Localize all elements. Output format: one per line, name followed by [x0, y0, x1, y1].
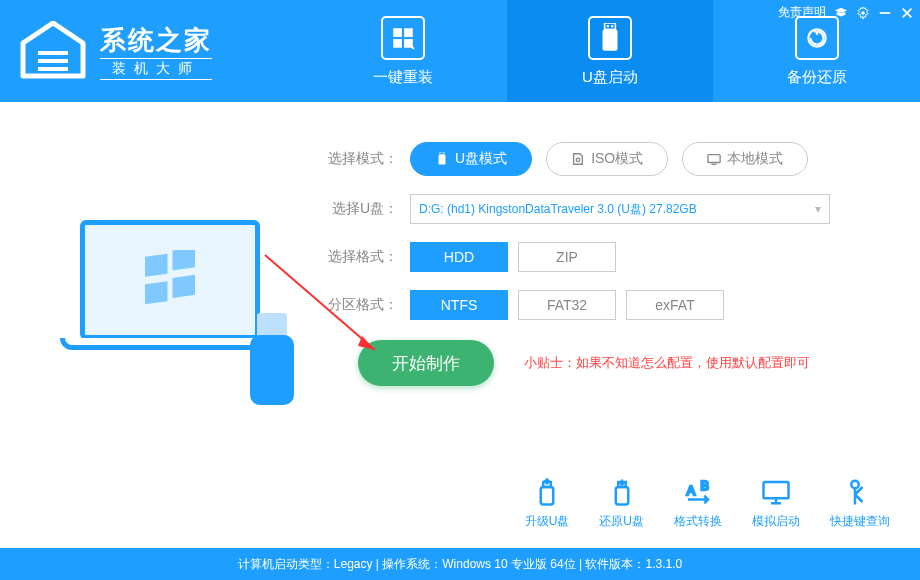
backup-icon [795, 16, 839, 60]
svg-rect-2 [394, 39, 403, 48]
tool-restore[interactable]: 还原U盘 [599, 477, 644, 530]
main-content: 选择模式： U盘模式 ISO模式 本地模式 选择U盘： D:G: (hd1 [0, 102, 920, 462]
svg-rect-4 [605, 23, 616, 29]
usb-icon [588, 16, 632, 60]
svg-text:B: B [701, 479, 709, 493]
partition-label: 分区格式： [320, 296, 410, 314]
status-os-value: Windows 10 专业版 64位 [442, 556, 575, 573]
titlebar: 免责声明 [778, 4, 914, 21]
close-icon[interactable] [900, 6, 914, 20]
tool-label: 格式转换 [674, 513, 722, 530]
format-label: 选择格式： [320, 248, 410, 266]
svg-rect-6 [611, 25, 613, 27]
tab-label: 一键重装 [373, 68, 433, 87]
illustration [20, 132, 320, 462]
bottom-toolbar: 升级U盘 还原U盘 AB 格式转换 模拟启动 快捷键查询 [525, 477, 890, 530]
svg-rect-17 [440, 152, 444, 155]
format-hdd[interactable]: HDD [410, 242, 508, 272]
chevron-down-icon: ▾ [815, 202, 821, 216]
tool-hotkey[interactable]: 快捷键查询 [830, 477, 890, 530]
partition-ntfs[interactable]: NTFS [410, 290, 508, 320]
status-os-label: 操作系统： [382, 556, 442, 573]
graduation-icon[interactable] [834, 6, 848, 20]
svg-rect-14 [173, 250, 196, 270]
mode-local-label: 本地模式 [727, 150, 783, 168]
mode-usb-label: U盘模式 [455, 150, 507, 168]
status-boot-value: Legacy [334, 557, 373, 571]
tool-label: 模拟启动 [752, 513, 800, 530]
svg-rect-30 [764, 482, 789, 498]
udisk-select[interactable]: D:G: (hd1) KingstonDataTraveler 3.0 (U盘)… [410, 194, 830, 224]
mode-usb[interactable]: U盘模式 [410, 142, 532, 176]
config-panel: 选择模式： U盘模式 ISO模式 本地模式 选择U盘： D:G: (hd1 [320, 132, 900, 462]
svg-rect-7 [603, 29, 618, 50]
usb-illustration [250, 305, 300, 405]
svg-rect-18 [439, 155, 446, 165]
svg-rect-1 [404, 28, 413, 37]
tool-convert[interactable]: AB 格式转换 [674, 477, 722, 530]
svg-text:A: A [687, 484, 696, 498]
tab-reinstall[interactable]: 一键重装 [300, 0, 507, 102]
udisk-value: D:G: (hd1) KingstonDataTraveler 3.0 (U盘)… [419, 201, 697, 218]
svg-rect-0 [394, 28, 403, 37]
laptop-illustration [60, 220, 280, 375]
svg-rect-20 [708, 155, 720, 163]
tab-label: U盘启动 [582, 68, 638, 87]
tool-upgrade[interactable]: 升级U盘 [525, 477, 570, 530]
status-ver-label: 软件版本： [585, 556, 645, 573]
mode-iso-label: ISO模式 [591, 150, 643, 168]
app-title: 系统之家 [100, 23, 212, 58]
tool-simulate[interactable]: 模拟启动 [752, 477, 800, 530]
app-subtitle: 装机大师 [100, 58, 212, 80]
svg-point-9 [861, 11, 865, 15]
tool-label: 还原U盘 [599, 513, 644, 530]
tab-label: 备份还原 [787, 68, 847, 87]
svg-rect-5 [607, 25, 609, 27]
format-zip[interactable]: ZIP [518, 242, 616, 272]
reinstall-icon [381, 16, 425, 60]
start-button[interactable]: 开始制作 [358, 340, 494, 386]
svg-rect-24 [541, 487, 554, 505]
header: 系统之家 装机大师 一键重装 U盘启动 备份还原 免责声明 [0, 0, 920, 102]
status-ver-value: 1.3.1.0 [645, 557, 682, 571]
gear-icon[interactable] [856, 6, 870, 20]
udisk-label: 选择U盘： [320, 200, 410, 218]
mode-iso[interactable]: ISO模式 [546, 142, 668, 176]
svg-rect-16 [173, 274, 196, 297]
tool-label: 快捷键查询 [830, 513, 890, 530]
svg-rect-26 [615, 487, 628, 505]
partition-exfat[interactable]: exFAT [626, 290, 724, 320]
svg-rect-13 [145, 253, 168, 276]
tip-text: 小贴士：如果不知道怎么配置，使用默认配置即可 [524, 354, 810, 372]
status-boot-label: 计算机启动类型： [238, 556, 334, 573]
svg-point-33 [851, 481, 859, 489]
svg-rect-15 [145, 281, 168, 304]
partition-fat32[interactable]: FAT32 [518, 290, 616, 320]
tab-usb-boot[interactable]: U盘启动 [507, 0, 714, 102]
mode-local[interactable]: 本地模式 [682, 142, 808, 176]
tool-label: 升级U盘 [525, 513, 570, 530]
mode-label: 选择模式： [320, 150, 410, 168]
minimize-icon[interactable] [878, 6, 892, 20]
disclaimer-link[interactable]: 免责声明 [778, 4, 826, 21]
statusbar: 计算机启动类型： Legacy | 操作系统： Windows 10 专业版 6… [0, 548, 920, 580]
svg-point-19 [576, 158, 580, 162]
logo-area: 系统之家 装机大师 [0, 0, 300, 102]
logo-icon [18, 21, 88, 81]
